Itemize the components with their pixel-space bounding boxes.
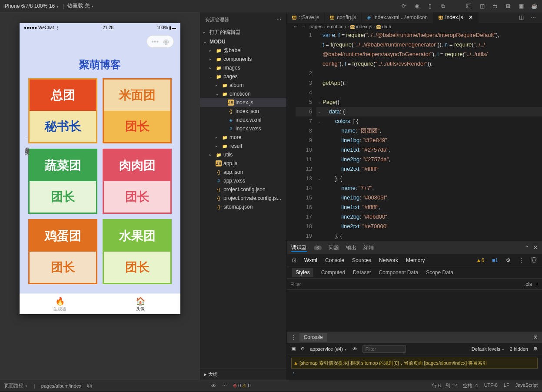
folder-item[interactable]: ⌄📁pages: [200, 72, 286, 81]
context-selector[interactable]: appservice (#4): [310, 346, 347, 352]
editor-tab[interactable]: JS:rSave.js: [287, 12, 325, 23]
eye-icon[interactable]: 👁: [352, 346, 357, 352]
tool-icon[interactable]: ⇆: [491, 2, 499, 10]
hidden-count[interactable]: 2 hidden: [510, 346, 528, 352]
folder-item[interactable]: ▸📁result: [200, 142, 286, 150]
inspect-icon[interactable]: ⊡: [292, 257, 296, 263]
device-selector[interactable]: iPhone 6/7/8 100% 16: [3, 3, 59, 9]
eol[interactable]: LF: [504, 382, 509, 389]
file-item[interactable]: {}index.json: [200, 107, 286, 116]
eye-icon[interactable]: 👁: [211, 383, 216, 389]
cursor-position[interactable]: 行 6，列 12: [432, 382, 457, 389]
avatar-card[interactable]: 鸡蛋团团长: [28, 219, 97, 284]
page-path[interactable]: pages/album/index: [41, 383, 81, 389]
root-folder[interactable]: ⌄MODU: [200, 37, 286, 46]
subtab-sources[interactable]: Sources: [352, 257, 371, 263]
file-item[interactable]: {}project.private.config.js...: [200, 194, 286, 203]
tool-icon[interactable]: ⊞: [504, 2, 512, 10]
console-prompt[interactable]: ›: [291, 369, 538, 377]
sidebar-toggle-icon[interactable]: ⿴: [465, 2, 473, 10]
tab-terminal[interactable]: 终端: [363, 244, 374, 252]
tab-avatar[interactable]: 🏠头像: [100, 294, 180, 314]
tool-icon[interactable]: ▣: [517, 2, 525, 10]
file-item[interactable]: JSapp.js: [200, 159, 286, 168]
nav-fwd-icon[interactable]: →: [301, 24, 306, 29]
avatar-card[interactable]: 肉肉团团长: [103, 149, 172, 214]
folder-item[interactable]: ▸📁more: [200, 133, 286, 142]
subtab-console[interactable]: Console: [325, 257, 344, 263]
console-clear-icon[interactable]: ⊘: [301, 346, 305, 352]
file-item[interactable]: {}project.config.json: [200, 185, 286, 194]
tab-problems[interactable]: 问题: [329, 244, 339, 252]
cls-toggle[interactable]: .cls: [524, 281, 532, 287]
copy-icon[interactable]: ⿻: [87, 383, 92, 389]
folder-item[interactable]: ▸📁utils: [200, 150, 286, 159]
explorer-more-icon[interactable]: ⋯: [276, 17, 281, 23]
page-path-label[interactable]: 页面路径: [4, 382, 28, 389]
device-icon[interactable]: ▯: [426, 2, 434, 10]
gear-icon[interactable]: ⚙: [506, 257, 511, 263]
code-editor[interactable]: 12345678910111213141516171819 ⌄⌄⌄⌄ var e…: [287, 30, 542, 241]
tool-icon[interactable]: ☕: [530, 2, 539, 10]
hotreload-toggle[interactable]: 热重载 关: [67, 2, 94, 10]
folder-item[interactable]: ▸📁album: [200, 81, 286, 90]
styles-tab[interactable]: Styles: [292, 268, 313, 277]
folder-item[interactable]: ▸📁components: [200, 55, 286, 63]
add-rule-icon[interactable]: +: [535, 281, 539, 287]
subtab-network[interactable]: Network: [379, 257, 398, 263]
folder-item[interactable]: ▸📁images: [200, 63, 286, 72]
file-item[interactable]: #index.wxss: [200, 124, 286, 133]
refresh-icon[interactable]: ⟳: [399, 2, 408, 10]
record-icon[interactable]: ◉: [412, 2, 421, 10]
more-icon[interactable]: ⋯: [222, 383, 227, 389]
dock-icon[interactable]: ⿴: [532, 257, 537, 263]
console-gear-icon[interactable]: ⚙: [533, 346, 538, 352]
split-editor-icon[interactable]: ◫: [517, 13, 525, 22]
tab-output[interactable]: 输出: [346, 244, 356, 252]
console-filter-input[interactable]: [362, 345, 406, 353]
file-item[interactable]: {}sitemap.json: [200, 203, 286, 211]
file-item[interactable]: {}app.json: [200, 168, 286, 176]
folder-item[interactable]: ▸📁@babel: [200, 46, 286, 55]
indentation[interactable]: 空格: 4: [463, 382, 478, 389]
open-editors-section[interactable]: ▸打开的编辑器: [200, 27, 286, 37]
tool-icon[interactable]: ◫: [478, 2, 486, 10]
avatar-card[interactable]: 蔬菜团团长: [28, 149, 97, 214]
tab-debugger[interactable]: 调试器: [291, 244, 307, 252]
editor-tab[interactable]: JSconfig.js: [325, 12, 362, 23]
nav-back-icon[interactable]: ←: [293, 24, 298, 29]
subtab-memory[interactable]: Memory: [406, 257, 425, 263]
computed-tab[interactable]: Computed: [321, 269, 345, 276]
avatar-card[interactable]: 米面团团长: [103, 78, 172, 143]
folder-item[interactable]: ⌄📁emoticon: [200, 90, 286, 98]
encoding[interactable]: UTF-8: [484, 382, 498, 389]
info-count[interactable]: ■1: [492, 257, 498, 263]
levels-selector[interactable]: Default levels: [472, 346, 505, 352]
editor-tab[interactable]: JSindex.js✕: [433, 12, 478, 23]
console-menu-icon[interactable]: ⋮: [291, 334, 296, 340]
componentdata-tab[interactable]: Component Data: [379, 269, 418, 276]
popout-icon[interactable]: ⧉: [439, 2, 447, 10]
tab-generator[interactable]: 🔥生成器: [20, 294, 100, 314]
avatar-card[interactable]: 总团秘书长: [28, 78, 97, 143]
capsule-button[interactable]: •••◉: [146, 35, 174, 48]
more-icon[interactable]: ⋯: [529, 13, 538, 22]
dataset-tab[interactable]: Dataset: [353, 269, 371, 276]
styles-filter-input[interactable]: [290, 282, 524, 287]
more-icon[interactable]: ⋮: [519, 257, 524, 263]
close-icon[interactable]: ✕: [533, 245, 538, 251]
editor-tab[interactable]: ◈index.wxml ...\emoticon: [362, 12, 433, 23]
chevron-up-icon[interactable]: ⌃: [525, 245, 529, 251]
language-mode[interactable]: JavaScript: [515, 382, 538, 389]
file-item[interactable]: ◈index.wxml: [200, 116, 286, 124]
breadcrumb[interactable]: ← → pages › emoticon › JS index.js › JS …: [287, 23, 542, 30]
file-item[interactable]: JSindex.js: [200, 98, 286, 107]
avatar-card[interactable]: 水果团团长: [103, 219, 172, 284]
file-item[interactable]: #app.wxss: [200, 176, 286, 185]
problems-indicator[interactable]: ⊗ 0 ⚠ 0: [233, 383, 250, 389]
outline-section[interactable]: ▸ 大纲: [200, 369, 286, 380]
console-close-icon[interactable]: ✕: [533, 334, 538, 340]
subtab-wxml[interactable]: Wxml: [304, 257, 317, 263]
warning-count[interactable]: ▲6: [476, 257, 484, 263]
console-play-icon[interactable]: ▣: [291, 346, 296, 352]
